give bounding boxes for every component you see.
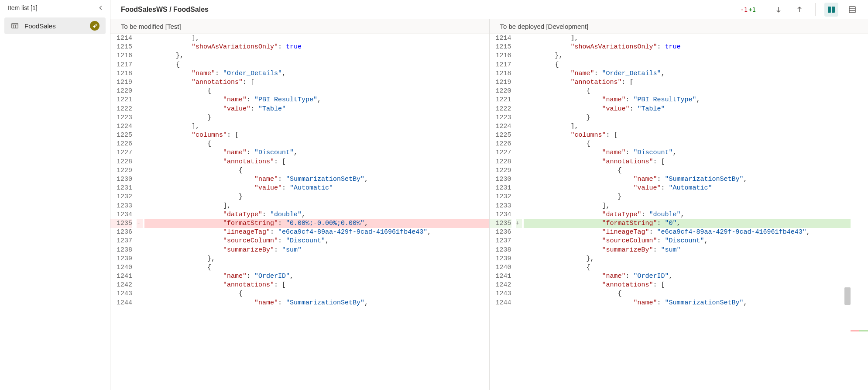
dataset-icon [10, 21, 19, 30]
main: FoodSalesWS / FoodSales -1 +1 To be modi… [110, 0, 868, 390]
topbar: FoodSalesWS / FoodSales -1 +1 [110, 0, 868, 19]
diff-count: -1 +1 [740, 6, 765, 13]
diff-viewer[interactable]: 1214121512161217121812191220122112221223… [110, 34, 868, 390]
collapse-sidebar-button[interactable] [98, 5, 104, 11]
prev-diff-button[interactable] [793, 3, 806, 17]
sidebar-title: Item list [1] [8, 4, 38, 11]
inline-view-button[interactable] [845, 3, 859, 17]
left-pane: 1214121512161217121812191220122112221223… [110, 34, 490, 390]
sidebar-item-foodsales[interactable]: FoodSales [4, 17, 106, 34]
svg-rect-6 [849, 7, 855, 13]
panes-header: To be modified [Test] To be deployed [De… [110, 19, 868, 34]
svg-rect-0 [12, 24, 18, 28]
right-pane: 1214121512161217121812191220122112221223… [490, 34, 868, 390]
app-root: Item list [1] FoodSales FoodSalesWS / Fo… [0, 0, 868, 390]
right-line-numbers: 1214121512161217121812191220122112221223… [490, 34, 516, 390]
breadcrumb: FoodSalesWS / FoodSales [121, 6, 733, 14]
side-by-side-view-button[interactable] [824, 3, 838, 17]
scrollbar-thumb[interactable] [844, 287, 851, 305]
right-code[interactable]: ], "showAsVariationsOnly": true }, { "na… [522, 34, 868, 390]
svg-rect-4 [828, 7, 831, 13]
separator [815, 3, 816, 16]
left-change-marks: - [137, 34, 143, 390]
sidebar: Item list [1] FoodSales [0, 0, 110, 390]
diff-badge-icon [90, 21, 99, 31]
sidebar-header: Item list [1] [0, 0, 110, 15]
left-line-numbers: 1214121512161217121812191220122112221223… [110, 34, 137, 390]
removed-count: -1 [740, 6, 748, 13]
left-code[interactable]: ], "showAsVariationsOnly": true }, { "na… [143, 34, 489, 390]
left-pane-title: To be modified [Test] [110, 19, 490, 34]
sidebar-item-label: FoodSales [24, 22, 85, 30]
svg-rect-5 [832, 7, 835, 13]
right-change-marks: + [516, 34, 522, 390]
next-diff-button[interactable] [772, 3, 786, 17]
added-count: +1 [748, 6, 756, 13]
right-pane-title: To be deployed [Development] [490, 19, 868, 34]
minimap[interactable] [851, 34, 868, 390]
